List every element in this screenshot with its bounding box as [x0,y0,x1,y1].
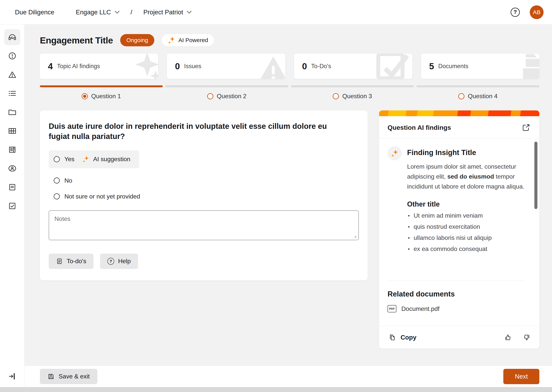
sparkle-avatar [388,146,402,161]
sidebar-item-files[interactable] [4,104,20,120]
save-exit-button[interactable]: Save & exit [40,369,97,384]
sidebar-item-notes[interactable] [4,179,20,195]
panel-gradient-stripe [379,111,539,116]
radio-not-sure[interactable] [54,193,60,199]
tab-question-4[interactable]: Question 4 [416,85,539,100]
ai-powered-label: AI Powered [178,37,208,43]
finding-title: Finding Insight Title [407,148,524,157]
document-name: Document.pdf [401,305,439,312]
headset-icon [8,33,17,42]
pdf-icon: PDF [388,305,396,312]
warning-watermark-icon [257,54,285,79]
app-title: Due Diligence [15,9,54,16]
sidebar-item-risks[interactable] [4,67,20,83]
help-button[interactable]: ? Help [100,254,138,269]
copy-icon [389,334,396,341]
tab-radio [333,93,339,99]
stat-label: Documents [438,63,468,70]
panel-scroll-area: Finding Insight Title Lorem ipsum dolor … [379,139,539,326]
notes-input[interactable] [49,210,359,240]
finding-item: Finding Insight Title Lorem ipsum dolor … [388,146,524,253]
option-no[interactable]: No [54,177,359,184]
company-name: Engage LLC [76,9,111,16]
thumbs-down-icon[interactable] [523,333,531,342]
tab-question-1[interactable]: Question 1 [40,85,163,100]
bullet-item: Ut enim ad minim veniam [407,211,524,220]
folder-icon [8,108,17,117]
report-icon [8,145,17,154]
radio-no[interactable] [54,177,60,183]
tab-label: Question 3 [342,93,372,100]
finding-body-bold: sed do eiusmod [447,173,494,180]
tab-progress-bar [40,85,163,87]
finding-body: Lorem ipsum dolor sit amet, consectetur … [407,162,524,191]
tab-question-3[interactable]: Question 3 [291,85,414,100]
stat-value: 0 [302,61,307,71]
tab-progress-bar [416,85,539,87]
stat-card-todos[interactable]: 0 To-Do's [294,54,412,79]
ai-suggestion-label: AI suggestion [93,156,130,163]
copy-label: Copy [400,334,416,341]
related-document-item[interactable]: PDF Document.pdf [388,305,524,312]
company-dropdown[interactable]: Engage LLC [76,9,119,16]
resize-grip[interactable] [355,236,356,238]
open-external-icon[interactable] [521,123,531,132]
bullet-item: quis nostrud exercitation [407,222,524,231]
sidebar-item-checklist[interactable] [4,85,20,101]
page-title: Engagement Title [40,35,113,46]
tab-radio [207,93,213,99]
collapse-panel-icon[interactable] [7,371,18,382]
stat-value: 4 [48,61,53,71]
sparkle-icon [167,36,175,44]
main-content: Engagement Title Ongoing AI Powered 4 To… [25,25,552,366]
project-dropdown[interactable]: Project Patriot [143,9,191,16]
stat-value: 0 [175,61,180,71]
tab-radio [82,93,88,99]
help-icon[interactable]: ? [511,8,520,17]
stat-card-documents[interactable]: 5 Documents [421,54,539,79]
panel-title: Question AI findings [388,124,451,131]
next-button[interactable]: Next [503,369,539,384]
sparkle-watermark-icon [133,54,158,79]
sidebar-item-contacts[interactable] [4,161,20,176]
top-header: Due Diligence Engage LLC / Project Patri… [0,0,552,25]
scrollbar-thumb[interactable] [534,142,537,209]
sidebar-item-issues[interactable] [4,48,20,64]
chevron-down-icon [187,11,191,14]
copy-button[interactable]: Copy [388,334,418,341]
stat-card-topic-ai-findings[interactable]: 4 Topic AI findings [40,54,158,79]
avatar[interactable]: AB [530,5,544,19]
folder-watermark-icon [509,54,539,79]
stat-label: Issues [184,63,202,70]
tab-label: Question 1 [91,93,121,100]
bottom-edge-strip [0,387,552,392]
todo-list-icon [56,258,63,265]
question-tabs: Question 1 Question 2 Question 3 [40,85,539,100]
sidebar-item-data-table[interactable] [4,123,20,139]
sidebar [0,25,25,366]
question-text: Duis aute irure dolor in reprehenderit i… [49,121,348,141]
sidebar-item-reports[interactable] [4,142,20,158]
tab-radio [458,93,465,99]
option-not-sure[interactable]: Not sure or not yet provided [54,193,359,200]
alert-circle-icon [8,51,17,60]
bullet-item: ex ea commodo consequat [407,244,524,253]
tab-label: Question 2 [217,93,247,100]
stat-label: Topic AI findings [57,63,100,70]
question-card: Duis aute irure dolor in reprehenderit i… [40,111,368,280]
sidebar-item-engagement[interactable] [4,29,20,45]
radio-yes[interactable] [54,156,60,162]
todos-button[interactable]: To-do's [49,254,94,269]
sidebar-item-tasks[interactable] [4,198,20,214]
option-yes[interactable]: Yes AI suggestion [49,150,139,168]
warning-triangle-icon [8,70,17,79]
status-badge: Ongoing [120,34,154,46]
stat-card-issues[interactable]: 0 Issues [167,54,285,79]
ai-findings-panel: Question AI findings Finding Insight Tit… [379,111,539,349]
sparkle-icon [82,156,89,163]
ai-suggestion-chip: AI suggestion [82,156,130,163]
thumbs-up-icon[interactable] [504,333,512,342]
tab-question-2[interactable]: Question 2 [165,85,288,100]
option-label: No [64,177,72,184]
tab-label: Question 4 [468,93,498,100]
